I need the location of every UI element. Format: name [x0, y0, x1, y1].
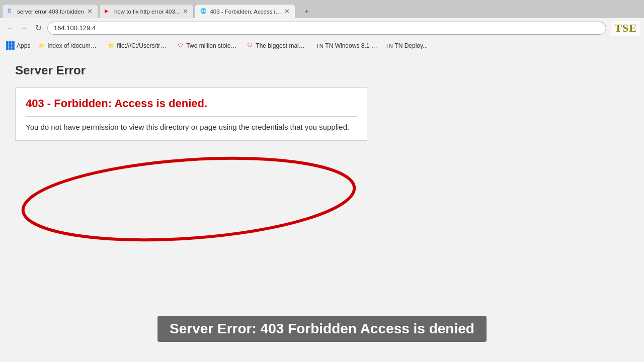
tab-2[interactable]: ▶ how to fix http error 403... ✕: [99, 4, 194, 18]
page-content: Server Error 403 - Forbidden: Access is …: [0, 53, 644, 305]
bookmark-1-label: Index of /document...: [47, 42, 100, 49]
bookmark-4-favicon: 🛡: [247, 42, 254, 49]
apps-label: Apps: [17, 42, 30, 49]
bookmark-4-label: The biggest malwar...: [256, 42, 308, 49]
tab-1-favicon: G: [8, 8, 15, 15]
tab-1-close[interactable]: ✕: [87, 8, 93, 15]
new-tab-button[interactable]: +: [296, 4, 316, 18]
error-box: 403 - Forbidden: Access is denied. You d…: [15, 87, 367, 141]
bookmark-2-label: file:///C:/Users/trou...: [117, 42, 169, 49]
tab-3-title: 403 - Forbidden: Access is...: [210, 9, 281, 15]
bookmark-1[interactable]: 📁 Index of /document...: [36, 41, 102, 50]
bookmark-4[interactable]: 🛡 The biggest malwar...: [245, 41, 310, 50]
page-heading: Server Error: [15, 63, 629, 77]
bookmark-5-favicon: TN: [316, 42, 323, 49]
bookmarks-bar: Apps 📁 Index of /document... 📁 file:///C…: [0, 38, 644, 53]
tab-2-favicon: ▶: [105, 8, 112, 15]
nav-buttons: ← → ↻: [4, 22, 44, 34]
apps-grid-icon: [6, 41, 15, 50]
address-input[interactable]: [47, 22, 606, 35]
caption-text: Server Error: 403 Forbidden Access is de…: [170, 321, 474, 336]
bookmark-2-favicon: 📁: [108, 42, 115, 49]
reload-button[interactable]: ↻: [32, 22, 44, 34]
error-title: 403 - Forbidden: Access is denied.: [26, 97, 357, 110]
browser-chrome: G server error 403 forbidden ✕ ▶ how to …: [0, 0, 644, 53]
caption-bar: Server Error: 403 Forbidden Access is de…: [157, 316, 487, 342]
apps-button[interactable]: Apps: [4, 40, 32, 51]
tab-3-favicon: 🌐: [200, 8, 207, 15]
tab-2-close[interactable]: ✕: [183, 8, 188, 15]
tab-bar: G server error 403 forbidden ✕ ▶ how to …: [0, 0, 644, 18]
bookmark-6-favicon: TN: [385, 42, 392, 49]
bookmark-2[interactable]: 📁 file:///C:/Users/trou...: [106, 41, 171, 50]
tab-3[interactable]: 🌐 403 - Forbidden: Access is... ✕: [195, 4, 295, 18]
bookmark-1-favicon: 📁: [38, 42, 45, 49]
svg-point-0: [20, 149, 357, 244]
tab-1-title: server error 403 forbidden: [17, 9, 84, 15]
bookmark-5-label: TN Windows 8.1 - Free ...: [325, 42, 377, 49]
bookmark-3-label: Two million stolen F...: [186, 42, 238, 49]
bookmark-6-label: TN Deploy...: [394, 42, 428, 49]
address-bar-row: ← → ↻ TSE: [0, 18, 644, 38]
bookmark-6[interactable]: TN TN Deploy...: [383, 41, 430, 50]
bookmark-5[interactable]: TN TN Windows 8.1 - Free ...: [314, 41, 379, 50]
tab-1[interactable]: G server error 403 forbidden ✕: [2, 4, 98, 18]
error-description: You do not have permission to view this …: [26, 116, 357, 131]
tab-2-title: how to fix http error 403...: [114, 9, 180, 15]
tse-logo: TSE: [611, 21, 640, 36]
tab-3-close[interactable]: ✕: [284, 8, 290, 15]
back-button[interactable]: ←: [4, 22, 16, 34]
bookmark-3[interactable]: 🛡 Two million stolen F...: [175, 41, 240, 50]
forward-button[interactable]: →: [18, 22, 30, 34]
bookmark-3-favicon: 🛡: [177, 42, 184, 49]
red-ellipse-annotation: [10, 149, 372, 244]
